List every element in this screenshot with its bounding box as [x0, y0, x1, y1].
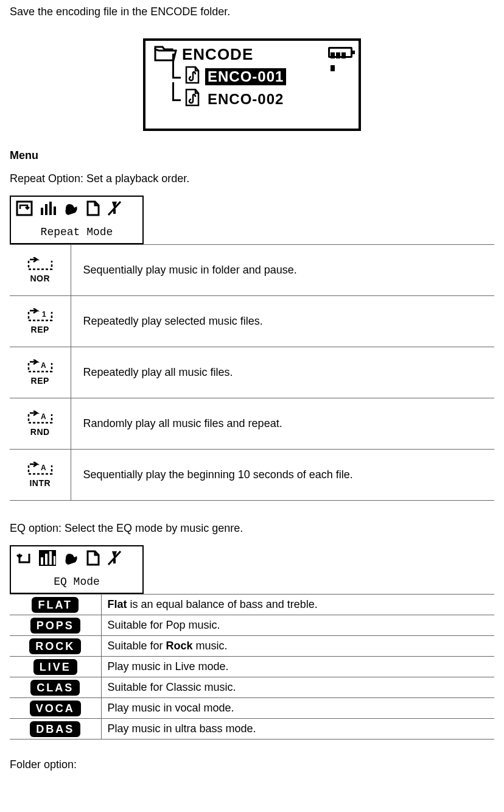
- folder-option-label: Folder option:: [10, 757, 494, 773]
- svg-rect-12: [41, 557, 43, 565]
- repeat-desc: Sequentially play music in folder and pa…: [71, 245, 494, 296]
- eq-pill-voca: VOCA: [30, 701, 81, 716]
- repeat-desc: Repeatedly play all music files.: [71, 347, 494, 398]
- table-row: A INTR Sequentially play the beginning 1…: [10, 450, 494, 501]
- rep1-icon: 1: [26, 308, 54, 324]
- table-row: A RND Randomly play all music files and …: [10, 398, 494, 450]
- encode-file-2: ENCO-002: [205, 91, 286, 108]
- repeat-desc: Sequentially play the beginning 10 secon…: [71, 450, 494, 501]
- icon-label: REP: [31, 376, 49, 386]
- svg-text:A: A: [41, 464, 46, 472]
- table-row: 1 REP Repeatedly play selected music fil…: [10, 296, 494, 347]
- mic-off-icon: [106, 550, 123, 566]
- svg-rect-2: [45, 204, 47, 215]
- hand-icon: [62, 200, 79, 216]
- icon-label: REP: [31, 325, 49, 334]
- repeat-mode-box: Repeat Mode: [10, 196, 144, 244]
- svg-rect-3: [49, 202, 52, 215]
- page-icon: [85, 550, 100, 566]
- eq-pill-pops: POPS: [30, 618, 80, 634]
- table-row: FLATFlat is an equal balance of bass and…: [10, 595, 494, 615]
- eq-bars-selected-icon: [39, 550, 56, 566]
- eq-table: FLATFlat is an equal balance of bass and…: [10, 594, 494, 740]
- table-row: A REP Repeatedly play all music files.: [10, 347, 494, 398]
- eq-bars-icon: [39, 200, 56, 216]
- music-file-icon: [184, 66, 200, 87]
- repeat-table: NOR Sequentially play music in folder an…: [10, 244, 494, 501]
- table-row: NOR Sequentially play music in folder an…: [10, 245, 494, 296]
- page-icon: [85, 200, 100, 216]
- svg-text:A: A: [41, 361, 46, 370]
- repa-icon: A: [26, 359, 54, 375]
- battery-icon: [328, 47, 352, 58]
- svg-rect-4: [54, 207, 56, 215]
- nor-icon: [26, 257, 54, 273]
- svg-rect-14: [49, 551, 52, 565]
- intr-icon: A: [26, 462, 54, 478]
- icon-label: INTR: [29, 478, 51, 488]
- eq-intro: EQ option: Select the EQ mode by music g…: [10, 520, 494, 537]
- table-row: POPSSuitable for Pop music.: [10, 615, 494, 636]
- table-row: ROCKSuitable for Rock music.: [10, 636, 494, 657]
- svg-rect-15: [54, 556, 55, 565]
- eq-mode-box: EQ Mode: [10, 545, 144, 594]
- encode-screen: ENCODE ENCO-001: [143, 38, 361, 131]
- repeat-intro: Repeat Option: Set a playback order.: [10, 171, 494, 187]
- encode-folder-label: ENCODE: [182, 45, 253, 64]
- eq-pill-dbas: DBAS: [30, 721, 80, 737]
- hand-icon: [62, 550, 79, 566]
- table-row: LIVEPlay music in Live mode.: [10, 657, 494, 677]
- repeat-icon: [16, 550, 33, 566]
- table-row: CLASSuitable for Classic music.: [10, 677, 494, 698]
- svg-rect-0: [17, 202, 32, 215]
- eq-pill-clas: CLAS: [30, 680, 80, 696]
- icon-label: NOR: [30, 274, 50, 283]
- repeat-desc: Repeatedly play selected music files.: [71, 296, 494, 347]
- menu-heading: Menu: [10, 149, 494, 162]
- repeat-mode-caption: Repeat Mode: [16, 226, 138, 239]
- svg-rect-1: [41, 208, 43, 215]
- svg-text:A: A: [41, 412, 46, 421]
- eq-mode-caption: EQ Mode: [16, 576, 138, 589]
- encode-file-1: ENCO-001: [205, 68, 286, 85]
- eq-pill-flat: FLAT: [32, 597, 79, 613]
- table-row: VOCAPlay music in vocal mode.: [10, 698, 494, 719]
- mic-off-icon: [106, 200, 123, 216]
- music-file-icon: [184, 88, 200, 110]
- intro-text: Save the encoding file in the ENCODE fol…: [10, 4, 494, 20]
- svg-rect-13: [45, 554, 47, 565]
- repeat-icon: [16, 200, 33, 216]
- svg-text:1: 1: [42, 310, 46, 319]
- table-row: DBASPlay music in ultra bass mode.: [10, 719, 494, 740]
- repeat-desc: Randomly play all music files and repeat…: [71, 398, 494, 450]
- icon-label: RND: [30, 427, 50, 437]
- eq-pill-live: LIVE: [33, 659, 77, 675]
- rnd-icon: A: [26, 411, 54, 426]
- eq-pill-rock: ROCK: [29, 638, 81, 654]
